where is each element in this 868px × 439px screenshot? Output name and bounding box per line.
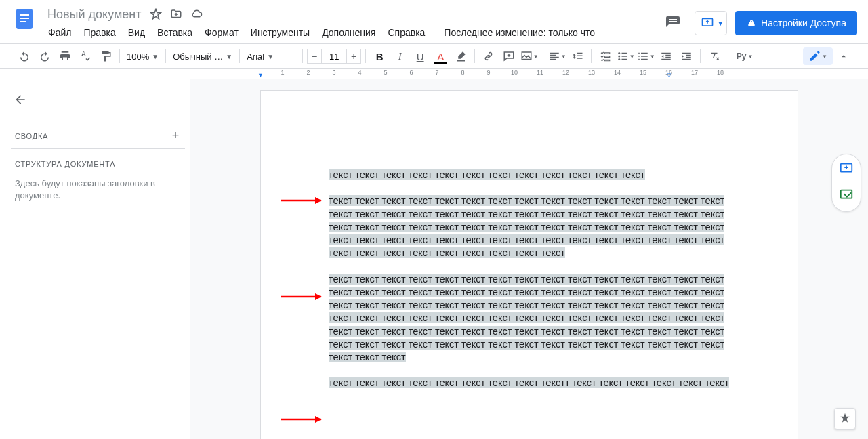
numbered-list-button[interactable]: ▼ — [636, 47, 655, 65]
redo-button[interactable] — [35, 47, 54, 65]
line-spacing-button[interactable] — [568, 47, 587, 65]
doc-content[interactable]: текст текст текст текст текст текст текс… — [329, 169, 730, 390]
move-icon[interactable] — [170, 8, 182, 20]
chevron-down-icon: ▼ — [226, 53, 232, 60]
insert-comment-button[interactable] — [499, 47, 518, 65]
doc-title[interactable]: Новый документ — [43, 6, 146, 23]
underline-button[interactable]: U — [411, 47, 430, 65]
comments-history-icon[interactable] — [659, 9, 686, 37]
clear-formatting-button[interactable] — [705, 47, 724, 65]
header-right: ▼ Настройки Доступа — [659, 5, 857, 37]
paragraph[interactable]: текст текст текст текст текст текст текс… — [329, 273, 730, 364]
explore-button[interactable] — [834, 408, 856, 430]
chevron-down-icon: ▼ — [717, 20, 724, 27]
close-outline-button[interactable] — [11, 90, 185, 111]
annotation-arrow-icon — [281, 292, 322, 301]
chevron-down-icon: ▼ — [267, 53, 274, 60]
title-area: Новый документ Файл Правка Вид Вставка Ф… — [43, 5, 659, 41]
font-size-input[interactable] — [322, 49, 346, 64]
share-label: Настройки Доступа — [761, 18, 846, 28]
floating-comment-tools — [831, 154, 861, 212]
svg-point-7 — [618, 52, 620, 54]
paragraph[interactable]: текст текст текст текст текст текст текс… — [329, 169, 730, 182]
menu-tools[interactable]: Инструменты — [246, 24, 314, 41]
svg-point-9 — [618, 58, 620, 60]
paragraph[interactable] — [329, 182, 730, 194]
add-summary-button[interactable]: + — [172, 129, 180, 143]
add-comment-icon[interactable] — [839, 161, 854, 178]
toolbar: 100%▼ Обычный …▼ Arial▼ − + B I U A ▼ ▼ … — [0, 43, 868, 69]
insert-link-button[interactable] — [479, 47, 498, 65]
svg-marker-15 — [315, 293, 322, 300]
header: Новый документ Файл Правка Вид Вставка Ф… — [0, 0, 868, 43]
ruler[interactable]: 21123456789101112131415161718 ▼ ▽ — [0, 69, 868, 79]
highlight-button[interactable] — [451, 47, 470, 65]
svg-rect-5 — [749, 22, 754, 26]
indent-marker-left-icon[interactable]: ▼ — [257, 72, 264, 79]
zoom-select[interactable]: 100%▼ — [124, 47, 161, 65]
chevron-down-icon: ▼ — [152, 53, 159, 60]
document-canvas[interactable]: текст текст текст текст текст текст текс… — [190, 79, 868, 439]
menu-file[interactable]: Файл — [43, 24, 76, 41]
annotation-arrow-icon — [281, 415, 322, 424]
paint-format-button[interactable] — [96, 47, 115, 65]
checklist-button[interactable] — [596, 47, 615, 65]
print-button[interactable] — [56, 47, 75, 65]
suggest-edits-icon[interactable] — [839, 188, 854, 205]
menu-insert[interactable]: Вставка — [152, 24, 197, 41]
decrease-indent-button[interactable] — [657, 47, 676, 65]
outline-empty-text: Здесь будут показаны заголовки в докумен… — [11, 177, 185, 202]
menu-edit[interactable]: Правка — [79, 24, 120, 41]
bold-button[interactable]: B — [370, 47, 389, 65]
increase-indent-button[interactable] — [677, 47, 696, 65]
paragraph[interactable] — [329, 260, 730, 273]
outline-sidebar: СВОДКА + СТРУКТУРА ДОКУМЕНТА Здесь будут… — [0, 79, 190, 439]
svg-point-8 — [618, 56, 620, 58]
annotation-arrow-icon — [281, 196, 322, 205]
docs-logo[interactable] — [11, 5, 38, 33]
hide-menus-button[interactable] — [834, 47, 853, 65]
present-button[interactable]: ▼ — [695, 11, 727, 35]
style-select[interactable]: Обычный …▼ — [170, 47, 235, 65]
paragraph[interactable]: текст текст текст текст текст текст текс… — [329, 194, 730, 259]
svg-rect-3 — [20, 21, 26, 22]
summary-row: СВОДКА + — [11, 123, 185, 149]
indent-marker-right-icon[interactable]: ▽ — [667, 72, 671, 79]
text-color-button[interactable]: A — [431, 47, 450, 65]
svg-marker-13 — [315, 197, 322, 204]
star-icon[interactable] — [150, 8, 162, 20]
workspace: СВОДКА + СТРУКТУРА ДОКУМЕНТА Здесь будут… — [0, 79, 868, 439]
menubar: Файл Правка Вид Вставка Формат Инструмен… — [43, 24, 659, 41]
paragraph[interactable] — [329, 364, 730, 377]
font-select[interactable]: Arial▼ — [244, 47, 298, 65]
font-size-control: − + — [307, 49, 361, 64]
svg-rect-2 — [20, 18, 29, 19]
italic-button[interactable]: I — [390, 47, 409, 65]
bulleted-list-button[interactable]: ▼ — [616, 47, 635, 65]
menu-format[interactable]: Формат — [200, 24, 243, 41]
increase-font-button[interactable]: + — [346, 49, 361, 64]
last-change-link[interactable]: Последнее изменение: только что — [439, 24, 600, 41]
structure-heading: СТРУКТУРА ДОКУМЕНТА — [11, 160, 185, 168]
title-row: Новый документ — [43, 5, 659, 23]
decrease-font-button[interactable]: − — [307, 49, 322, 64]
svg-marker-17 — [315, 416, 322, 423]
spellcheck-button[interactable] — [76, 47, 95, 65]
svg-rect-1 — [20, 14, 29, 16]
editing-mode-button[interactable]: ▼ — [803, 47, 833, 65]
menu-addons[interactable]: Дополнения — [317, 24, 380, 41]
share-button[interactable]: Настройки Доступа — [735, 11, 857, 35]
cloud-icon[interactable] — [190, 8, 203, 20]
menu-view[interactable]: Вид — [123, 24, 150, 41]
page[interactable]: текст текст текст текст текст текст текс… — [260, 90, 798, 439]
insert-image-button[interactable]: ▼ — [520, 47, 539, 65]
menu-help[interactable]: Справка — [383, 24, 430, 41]
paragraph[interactable]: текст текст текст текст текст текст текс… — [329, 377, 730, 390]
align-button[interactable]: ▼ — [547, 47, 566, 65]
summary-heading: СВОДКА — [15, 132, 48, 140]
input-tools-button[interactable]: Py▼ — [732, 47, 757, 65]
undo-button[interactable] — [15, 47, 34, 65]
